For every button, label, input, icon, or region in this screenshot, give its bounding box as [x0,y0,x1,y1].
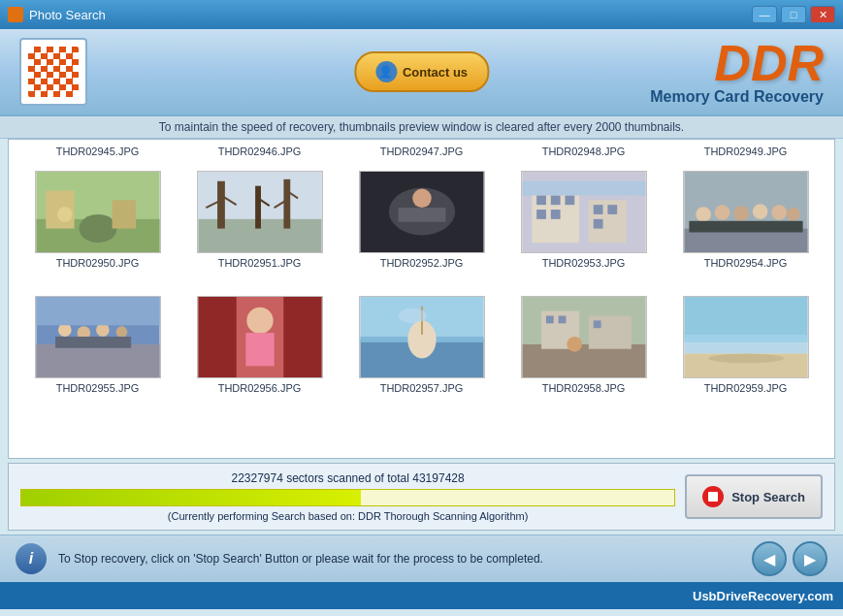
svg-rect-42 [36,344,159,377]
svg-point-45 [96,323,110,337]
photo-thumb-r3c3[interactable] [359,296,485,378]
svg-rect-26 [536,210,546,219]
window-controls[interactable]: — □ ✕ [752,6,835,23]
window-title: Photo Search [29,8,106,22]
svg-point-18 [412,189,432,209]
photo-grid-row2: THDR02950.JPG THDR02951.JPG [9,157,834,282]
photo-item-r3c2[interactable]: THDR02956.JPG [178,290,340,400]
svg-rect-72 [684,335,807,342]
photo-item-r3c1[interactable]: THDR02955.JPG [16,290,178,400]
svg-point-5 [57,207,73,222]
photo-thumb-r2c1[interactable] [35,171,161,253]
stop-icon [702,486,724,507]
svg-rect-31 [522,181,645,196]
photo-thumb-r2c3[interactable] [359,171,485,253]
contact-button[interactable]: 👤 Contact us [354,51,489,92]
info-bar: To maintain the speed of recovery, thumb… [0,116,843,139]
svg-point-37 [752,204,767,219]
label-r1c4: THDR02948.JPG [503,146,665,157]
photo-item-r2c5[interactable]: THDR02954.JPG [665,165,827,275]
label-r1c2: THDR02946.JPG [178,146,340,157]
photo-label-r2c1: THDR02950.JPG [56,257,140,269]
svg-point-3 [79,214,116,243]
svg-rect-8 [217,181,225,229]
photo-item-r3c5[interactable]: THDR02959.JPG [665,290,827,400]
svg-point-35 [714,205,730,220]
svg-rect-62 [522,344,645,377]
svg-rect-52 [245,333,274,366]
header: 👤 Contact us DDR Memory Card Recovery [0,29,843,116]
photo-label-r2c3: THDR02952.JPG [380,257,464,269]
svg-point-34 [696,207,711,222]
title-bar: Photo Search — □ ✕ [0,0,843,29]
app-icon [8,7,23,22]
svg-point-39 [786,208,799,221]
photo-grid-container[interactable]: THDR02945.JPG THDR02946.JPG THDR02947.JP… [8,139,835,459]
photo-label-r3c1: THDR02955.JPG [56,382,140,394]
svg-point-73 [707,354,783,364]
photo-item-r3c3[interactable]: THDR02957.JPG [340,290,503,400]
svg-point-68 [567,337,582,352]
photo-thumb-r3c4[interactable] [521,296,647,378]
brand-area: DDR Memory Card Recovery [650,38,824,106]
label-r1c3: THDR02947.JPG [340,146,503,157]
contact-icon: 👤 [375,61,397,82]
photo-label-r3c5: THDR02959.JPG [704,382,788,394]
photo-thumb-r2c4[interactable] [521,171,647,253]
svg-rect-53 [198,297,236,377]
minimize-button[interactable]: — [752,6,777,23]
photo-label-r3c2: THDR02956.JPG [218,382,302,394]
label-r1c5: THDR02949.JPG [665,146,827,157]
svg-rect-67 [593,320,600,328]
progress-title: 22327974 sectors scanned of total 431974… [20,471,675,485]
svg-point-36 [733,206,749,221]
svg-point-60 [398,308,426,324]
contact-label: Contact us [403,65,468,80]
svg-rect-69 [684,297,807,340]
photo-label-r3c4: THDR02958.JPG [542,382,626,394]
svg-point-51 [246,308,273,334]
photo-thumb-r3c5[interactable] [683,296,809,378]
svg-point-43 [57,323,71,337]
photo-item-r2c4[interactable]: THDR02953.JPG [503,165,665,275]
next-button[interactable]: ▶ [793,541,827,576]
info-bar-text: To maintain the speed of recovery, thumb… [159,120,684,134]
progress-bar-container [20,489,675,506]
svg-rect-40 [689,221,802,233]
photo-thumb-r2c2[interactable] [197,171,323,253]
svg-rect-30 [593,219,602,229]
back-button[interactable]: ◀ [752,541,787,576]
svg-rect-48 [36,297,159,325]
bottom-info-bar: i To Stop recovery, click on 'Stop Searc… [0,535,843,582]
stop-btn-label: Stop Search [731,490,805,504]
footer-text: UsbDriveRecovery.com [693,589,833,603]
photo-grid-row3: THDR02955.JPG THDR02956.JPG [9,282,834,407]
stop-search-button[interactable]: Stop Search [685,474,823,519]
navigation-buttons[interactable]: ◀ ▶ [752,541,827,576]
svg-rect-11 [255,186,261,229]
title-bar-left: Photo Search [8,7,106,22]
close-button[interactable]: ✕ [810,6,835,23]
svg-rect-19 [398,208,445,222]
photo-thumb-r2c5[interactable] [683,171,809,253]
stop-icon-inner [708,492,718,502]
svg-rect-47 [55,337,131,348]
photo-item-r3c4[interactable]: THDR02958.JPG [503,290,665,400]
svg-point-46 [115,326,127,338]
logo-box [19,38,87,106]
photo-thumb-r3c1[interactable] [35,296,161,378]
photo-item-r2c3[interactable]: THDR02952.JPG [340,165,503,275]
progress-area: 22327974 sectors scanned of total 431974… [8,463,835,531]
svg-rect-27 [550,210,560,219]
photo-label-r2c2: THDR02951.JPG [218,257,302,269]
photo-item-r2c1[interactable]: THDR02950.JPG [16,165,178,275]
logo-pattern [28,47,79,97]
bottom-info-text: To Stop recovery, click on 'Stop Search'… [58,552,740,566]
progress-left: 22327974 sectors scanned of total 431974… [20,471,675,522]
photo-thumb-r3c2[interactable] [197,296,323,378]
brand-ddr: DDR [650,38,824,88]
maximize-button[interactable]: □ [781,6,806,23]
svg-rect-13 [283,179,290,229]
photo-item-r2c2[interactable]: THDR02951.JPG [178,165,340,275]
svg-rect-23 [536,195,546,205]
